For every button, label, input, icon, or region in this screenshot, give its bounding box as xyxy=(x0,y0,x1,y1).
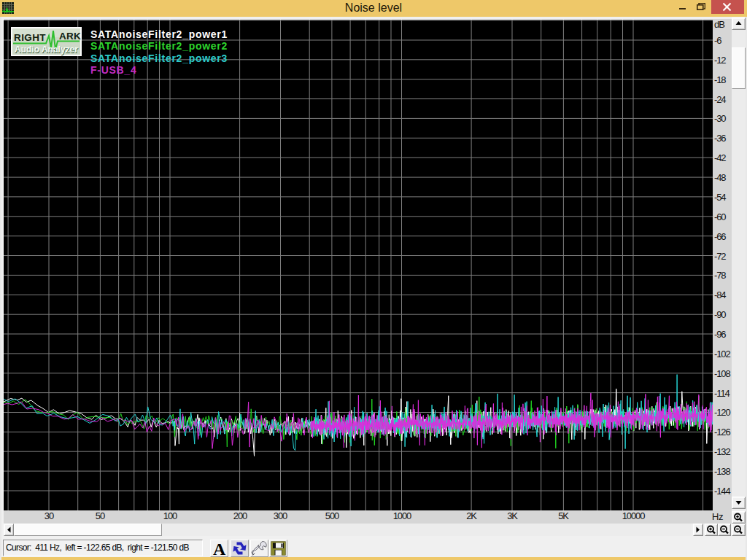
svg-text:Audio Analyzer: Audio Analyzer xyxy=(15,44,78,55)
svg-text:RIGHT: RIGHT xyxy=(14,32,46,43)
svg-text:ARK: ARK xyxy=(59,31,81,42)
